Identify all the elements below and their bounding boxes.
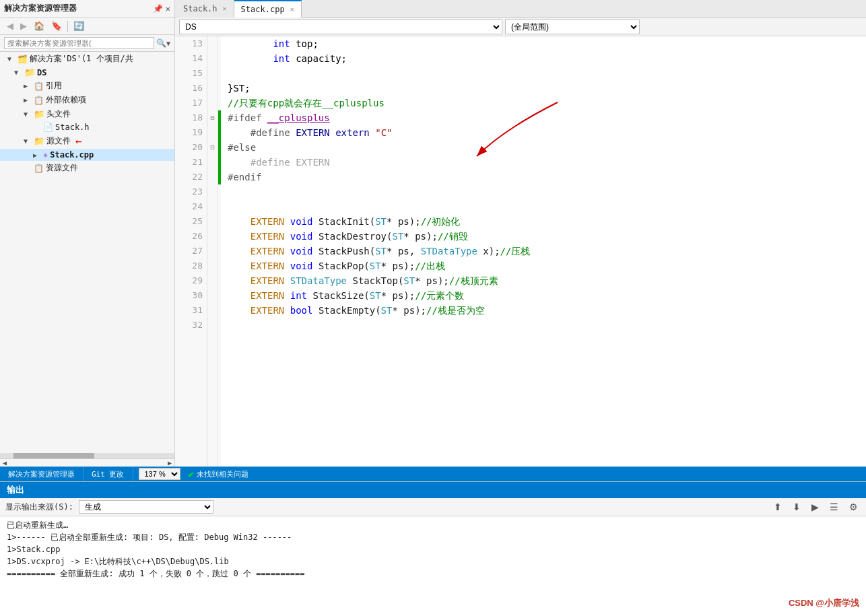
scpp-icon: ✳ [43,150,48,160]
tree-item-sources[interactable]: ▼ 📁 源文件 ← [0,133,174,149]
line-numbers: 13 14 15 16 17 18 19 20 21 22 23 24 25 2… [175,36,207,467]
line-num-32: 32 [175,318,203,333]
output-scroll-up-btn[interactable]: ⬆ [771,501,785,513]
scrollbar-thumb[interactable] [13,453,94,458]
status-message: ✔ 未找到相关问题 [189,469,248,479]
close-icon[interactable]: ✕ [166,4,170,13]
code-line-30: EXTERN int StackSize(ST* ps);//元素个数 [228,288,531,303]
sh-label: Stack.h [55,123,90,132]
output-settings-btn[interactable]: ⚙ [846,501,861,513]
back-button[interactable]: ◀ [4,20,16,32]
line-num-13: 13 [175,36,203,51]
range-select[interactable]: (全局范围) [505,20,640,34]
output-title-text: 输出 [7,484,24,496]
code-line-17: //只要有cpp就会存在__cplusplus [228,96,531,110]
solution-tree: ▼ 🗂️ 解决方案'DS'(1 个项目/共 ▼ 📁 DS ▶ 📋 引用 [0,52,174,453]
output-list-btn[interactable]: ☰ [827,501,841,513]
scpp-label: Stack.cpp [50,150,94,160]
code-line-16: }ST; [228,81,531,96]
status-tab-git[interactable]: Git 更改 [84,467,133,481]
output-toolbar: 显示输出来源(S): 生成 ⬆ ⬇ ▶ ☰ ⚙ [0,498,866,516]
source-select[interactable]: 生成 [79,500,213,514]
search-icon[interactable]: 🔍 [156,38,166,48]
sh-icon: 📄 [43,123,53,132]
hdr-label: 头文件 [46,108,71,120]
tree-item-headers[interactable]: ▼ 📁 头文件 [0,107,174,121]
collapse-20[interactable]: ⊟ [207,140,218,155]
status-text: 未找到相关问题 [197,469,248,479]
editor-toolbar: DS (全局范围) [175,18,866,36]
ref-arrow: ▶ [24,82,32,90]
editor-area: Stack.h ✕ Stack.cpp ✕ DS (全局范围) 13 [175,0,866,467]
code-line-20: #else [228,140,531,155]
line-num-22: 22 [175,170,203,184]
code-line-31: EXTERN bool StackEmpty(ST* ps);//栈是否为空 [228,303,531,318]
tab-stack-h[interactable]: Stack.h ✕ [176,0,234,18]
tree-item-external[interactable]: ▶ 📋 外部依赖项 [0,93,174,107]
line-num-19: 19 [175,125,203,140]
code-line-21: #define EXTERN [228,155,531,170]
ext-arrow: ▶ [24,96,32,104]
scope-select[interactable]: DS [179,20,502,34]
line-num-24: 24 [175,199,203,214]
tab-stack-cpp-label: Stack.cpp [241,5,285,14]
solution-explorer-tab-label: 解决方案资源管理器 [8,469,75,479]
red-arrow-annotation: ← [75,135,82,147]
solution-root[interactable]: ▼ 🗂️ 解决方案'DS'(1 个项目/共 [0,52,174,66]
home-button[interactable]: 🏠 [31,20,47,32]
sidebar-scrollbar[interactable] [0,453,174,458]
bookmark-button[interactable]: 🔖 [48,20,65,32]
scroll-controls: ◀ ▶ [0,458,174,467]
output-line-3: 1>Stack.cpp [7,543,859,555]
ds-icon: 📁 [24,67,35,77]
dropdown-icon[interactable]: ▼ [166,40,170,47]
output-line-5: ========== 全部重新生成: 成功 1 个，失败 0 个，跳过 0 个 … [7,568,859,580]
output-play-btn[interactable]: ▶ [809,501,822,513]
line-num-25: 25 [175,214,203,229]
output-line-2: 1>------ 已启动全部重新生成: 项目: DS, 配置: Debug Wi… [7,531,859,543]
code-line-25: EXTERN void StackInit(ST* ps);//初始化 [228,214,531,229]
line-num-31: 31 [175,303,203,318]
code-line-15 [228,66,531,81]
tree-item-stack-cpp[interactable]: ▶ ✳ Stack.cpp [0,149,174,161]
scroll-left-btn[interactable]: ◀ [0,459,9,467]
status-tab-solution-explorer[interactable]: 解决方案资源管理器 [0,467,84,481]
tab-stack-cpp[interactable]: Stack.cpp ✕ [234,0,302,18]
line-num-15: 15 [175,66,203,81]
output-scroll-down-btn[interactable]: ⬇ [790,501,803,513]
ds-label: DS [37,68,46,77]
solution-label: 解决方案'DS'(1 个项目/共 [30,53,133,65]
tab-stack-h-close[interactable]: ✕ [223,5,227,12]
forward-button[interactable]: ▶ [18,20,30,32]
res-label: 资源文件 [46,162,78,174]
sidebar-title-bar: 解决方案资源管理器 📌 ✕ [0,0,174,18]
refresh-button[interactable]: 🔄 [71,20,87,32]
tab-stack-cpp-close[interactable]: ✕ [290,5,294,13]
code-line-32 [228,318,531,333]
scroll-right-btn[interactable]: ▶ [165,459,174,467]
line-num-20: 20 [175,140,203,155]
tree-item-stack-h[interactable]: 📄 Stack.h [0,121,174,133]
pin-icon[interactable]: 📌 [153,4,163,13]
search-bar: 🔍 ▼ [0,35,174,52]
tree-item-ds[interactable]: ▼ 📁 DS [0,66,174,79]
zoom-select[interactable]: 137 % [139,468,180,480]
output-title: 输出 [0,482,866,498]
line-num-14: 14 [175,51,203,66]
solution-icon: 🗂️ [18,55,28,64]
bottom-status-bar: 解决方案资源管理器 Git 更改 137 % ✔ 未找到相关问题 [0,467,866,481]
tree-item-reference[interactable]: ▶ 📋 引用 [0,79,174,93]
src-icon: 📁 [34,136,44,146]
line-num-28: 28 [175,259,203,273]
collapse-column: ⊟ ⊟ [207,36,218,467]
code-editor[interactable]: 13 14 15 16 17 18 19 20 21 22 23 24 25 2… [175,36,866,467]
scpp-arrow: ▶ [33,151,41,159]
ext-icon: 📋 [34,96,44,105]
ref-label: 引用 [46,80,62,92]
collapse-18[interactable]: ⊟ [207,110,218,125]
search-input[interactable] [4,37,154,49]
tree-item-resources[interactable]: 📋 资源文件 [0,161,174,175]
sidebar-toolbar: ◀ ▶ 🏠 🔖 🔄 [0,18,174,35]
code-content[interactable]: int top; int capacity; }ST; //只要有cpp就会存在… [221,36,531,467]
line-num-26: 26 [175,229,203,244]
